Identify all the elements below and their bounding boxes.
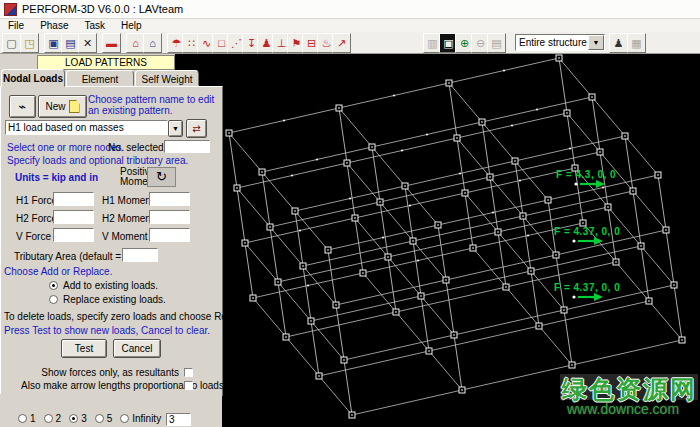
force-annotation: F = 4.37, 0, 0 <box>554 282 620 293</box>
specify-loads-hint: Specify loads and optional tributary are… <box>7 155 188 166</box>
force-annotation: F = 4.3, 0, 0 <box>556 169 616 180</box>
delete-tool-icon[interactable]: ✕ <box>78 33 97 53</box>
toolbar: Entire structure ▼ ▢◳▣▤✕▬⌂⌂☂∷∿□⋰↧♟⊥⚑⊟♨↗▥… <box>0 32 700 54</box>
view-distance-option-infinity[interactable]: Infinity <box>120 413 161 424</box>
window-title: PERFORM-3D V6.0.0 : LAVteam <box>22 3 183 15</box>
pattern-name-value[interactable]: H1 load based on masses <box>5 120 168 135</box>
h1-moment-field[interactable] <box>149 192 190 206</box>
v-force-field[interactable] <box>53 228 94 242</box>
press-test-hint: Press Test to show new loads, Cancel to … <box>4 325 210 336</box>
no-selected-label: No. selected = <box>108 142 172 153</box>
view-distance-field[interactable] <box>166 413 191 426</box>
option-label: 5 <box>107 413 113 424</box>
frame-table-icon[interactable]: ▦ <box>627 33 646 53</box>
chevron-down-icon[interactable]: ▼ <box>588 35 604 50</box>
radio-replace-loads[interactable] <box>49 295 58 304</box>
watermark-url: www.downce.com <box>567 401 679 417</box>
rotate-view-icon[interactable]: ♟ <box>609 33 628 53</box>
option-label: 1 <box>30 413 36 424</box>
h1-moment-label: H1 Moment <box>102 195 154 206</box>
radio-icon[interactable] <box>18 414 27 423</box>
view-distance-option-1[interactable]: 1 <box>18 413 36 424</box>
edit-tool-button[interactable]: ⌁ <box>9 95 36 118</box>
radio-add-loads[interactable] <box>49 281 58 290</box>
select-nodes-hint: Select one or more nodes. <box>7 142 124 153</box>
pattern-dropdown-arrow[interactable]: ▼ <box>168 120 183 137</box>
app-icon <box>4 3 17 16</box>
view-distance-option-5[interactable]: 5 <box>95 413 113 424</box>
menu-help[interactable]: Help <box>113 19 150 32</box>
zoom-reset-icon[interactable]: ▤ <box>487 33 506 53</box>
option-label: 3 <box>81 413 87 424</box>
view-distance-bar: Distance to view point (multiple of max.… <box>0 394 222 427</box>
force-annotation: F = 4.37, 0, 0 <box>554 226 620 237</box>
model-canvas[interactable]: 绿色资源网 www.downce.com F = 4.3, 0, 0F = 4.… <box>175 54 700 427</box>
h2-moment-field[interactable] <box>149 210 190 224</box>
view-scope-value: Entire structure <box>516 37 588 48</box>
add-replace-hint: Choose Add or Replace. <box>4 266 112 277</box>
refresh-pattern-button[interactable]: ⇄ <box>186 119 207 138</box>
radio-replace-label[interactable]: Replace existing loads. <box>63 294 166 305</box>
arrow-lengths-checkbox[interactable] <box>184 381 193 390</box>
force-arrow-icon <box>574 180 605 188</box>
units-label: Units = kip and in <box>15 172 98 183</box>
new-file-icon[interactable]: ▢ <box>2 33 21 53</box>
tab-self-weight[interactable]: Self Weight <box>135 70 199 86</box>
show-forces-checkbox[interactable] <box>184 368 193 377</box>
new-page-icon <box>69 100 80 113</box>
menu-bar: File Phase Task Help <box>0 19 700 32</box>
choose-pattern-hint: Choose pattern name to edit an existing … <box>88 94 216 116</box>
menu-phase[interactable]: Phase <box>32 19 76 32</box>
tributary-area-field[interactable] <box>122 248 158 262</box>
h2-force-label: H2 Force <box>16 213 57 224</box>
radio-icon[interactable] <box>69 414 78 423</box>
h2-moment-label: H2 Moment <box>102 213 154 224</box>
structure-wireframe <box>175 54 700 427</box>
radio-icon[interactable] <box>44 414 53 423</box>
nodal-loads-panel: ⌁ New Choose pattern name to edit an exi… <box>0 86 223 396</box>
h1-force-field[interactable] <box>53 192 94 206</box>
tab-element-loads[interactable]: Element Loads <box>66 70 134 86</box>
view-distance-option-3[interactable]: 3 <box>69 413 87 424</box>
banner-icon[interactable]: ▬ <box>102 33 121 53</box>
positive-moment-icon: ↻ <box>147 167 176 187</box>
v-force-label: V Force <box>16 231 51 242</box>
menu-task[interactable]: Task <box>76 19 113 32</box>
application-window: PERFORM-3D V6.0.0 : LAVteam File Phase T… <box>0 0 700 427</box>
title-bar: PERFORM-3D V6.0.0 : LAVteam <box>0 0 700 19</box>
arrow-lengths-label: Also make arrow lengths proportional to … <box>21 380 179 391</box>
resize-icon[interactable]: ↗ <box>332 33 351 53</box>
show-forces-label: Show forces only, as resultants <box>21 367 179 378</box>
positive-moment-label: Positive Moment <box>120 167 148 187</box>
cancel-button[interactable]: Cancel <box>113 339 161 358</box>
menu-file[interactable]: File <box>0 19 32 32</box>
load-patterns-header: LOAD PATTERNS <box>37 55 175 70</box>
no-selected-field[interactable] <box>164 140 210 153</box>
tab-nodal-loads[interactable]: Nodal Loads <box>1 69 65 87</box>
option-label: 2 <box>56 413 62 424</box>
radio-add-label[interactable]: Add to existing loads. <box>63 280 158 291</box>
force-arrow-icon <box>572 293 603 301</box>
building-3d-icon[interactable]: ⌂ <box>143 33 162 53</box>
delete-loads-hint: To delete loads, specify zero loads and … <box>4 311 254 322</box>
v-moment-label: V Moment <box>102 231 148 242</box>
new-pattern-label: New <box>45 101 65 112</box>
view-distance-option-2[interactable]: 2 <box>44 413 62 424</box>
new-pattern-button[interactable]: New <box>38 95 87 118</box>
option-label: Infinity <box>132 413 161 424</box>
force-arrow-icon <box>572 237 603 245</box>
h1-force-label: H1 Force <box>16 195 57 206</box>
radio-icon[interactable] <box>120 414 129 423</box>
h2-force-field[interactable] <box>53 210 94 224</box>
test-button[interactable]: Test <box>61 339 107 358</box>
v-moment-field[interactable] <box>149 228 190 242</box>
open-folder-icon[interactable]: ◳ <box>20 33 39 53</box>
view-scope-dropdown[interactable]: Entire structure ▼ <box>515 34 605 51</box>
radio-icon[interactable] <box>95 414 104 423</box>
